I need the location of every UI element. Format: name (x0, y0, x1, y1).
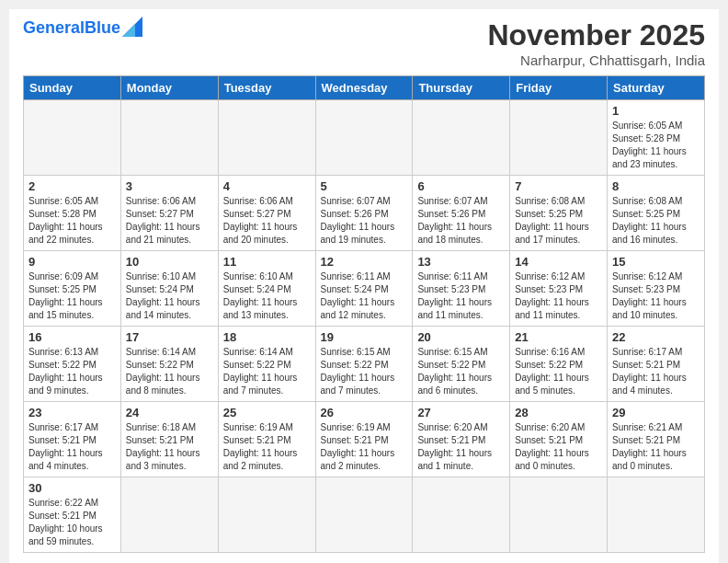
weekday-header-row: SundayMondayTuesdayWednesdayThursdayFrid… (24, 76, 705, 100)
calendar-day-cell: 29Sunrise: 6:21 AM Sunset: 5:21 PM Dayli… (608, 402, 705, 477)
calendar-day-cell: 14Sunrise: 6:12 AM Sunset: 5:23 PM Dayli… (510, 251, 608, 327)
calendar-day-cell: 25Sunrise: 6:19 AM Sunset: 5:21 PM Dayli… (218, 402, 315, 477)
day-info: Sunrise: 6:11 AM Sunset: 5:23 PM Dayligh… (417, 270, 505, 322)
calendar-day-cell: 17Sunrise: 6:14 AM Sunset: 5:22 PM Dayli… (120, 327, 218, 402)
calendar-day-cell (315, 477, 413, 553)
title-area: November 2025 Narharpur, Chhattisgarh, I… (487, 18, 705, 68)
calendar-day-cell: 11Sunrise: 6:10 AM Sunset: 5:24 PM Dayli… (218, 251, 315, 327)
day-info: Sunrise: 6:06 AM Sunset: 5:27 PM Dayligh… (126, 195, 213, 247)
day-number: 19 (321, 330, 408, 344)
calendar-day-cell: 13Sunrise: 6:11 AM Sunset: 5:23 PM Dayli… (413, 251, 510, 327)
calendar-day-cell: 27Sunrise: 6:20 AM Sunset: 5:21 PM Dayli… (413, 402, 510, 477)
day-number: 14 (515, 255, 602, 269)
svg-marker-1 (122, 24, 135, 37)
day-info: Sunrise: 6:20 AM Sunset: 5:21 PM Dayligh… (515, 421, 602, 473)
day-info: Sunrise: 6:08 AM Sunset: 5:25 PM Dayligh… (515, 195, 602, 247)
day-number: 7 (515, 179, 602, 193)
calendar-week-row: 1Sunrise: 6:05 AM Sunset: 5:28 PM Daylig… (24, 100, 705, 176)
day-number: 3 (126, 179, 213, 193)
weekday-thursday: Thursday (413, 76, 510, 100)
calendar-day-cell (510, 477, 608, 553)
day-number: 2 (28, 179, 116, 193)
calendar-day-cell: 15Sunrise: 6:12 AM Sunset: 5:23 PM Dayli… (608, 251, 705, 327)
calendar-day-cell: 22Sunrise: 6:17 AM Sunset: 5:21 PM Dayli… (608, 327, 705, 402)
calendar-week-row: 23Sunrise: 6:17 AM Sunset: 5:21 PM Dayli… (24, 402, 705, 477)
subtitle: Narharpur, Chhattisgarh, India (487, 52, 705, 68)
calendar-day-cell: 18Sunrise: 6:14 AM Sunset: 5:22 PM Dayli… (218, 327, 315, 402)
calendar-day-cell: 19Sunrise: 6:15 AM Sunset: 5:22 PM Dayli… (315, 327, 413, 402)
day-number: 6 (417, 179, 505, 193)
day-number: 21 (515, 330, 602, 344)
calendar-day-cell (120, 477, 218, 553)
day-info: Sunrise: 6:10 AM Sunset: 5:24 PM Dayligh… (223, 270, 311, 322)
weekday-tuesday: Tuesday (218, 76, 315, 100)
calendar-day-cell: 4Sunrise: 6:06 AM Sunset: 5:27 PM Daylig… (218, 176, 315, 251)
day-info: Sunrise: 6:07 AM Sunset: 5:26 PM Dayligh… (321, 195, 408, 247)
day-info: Sunrise: 6:12 AM Sunset: 5:23 PM Dayligh… (612, 270, 700, 322)
calendar-day-cell: 2Sunrise: 6:05 AM Sunset: 5:28 PM Daylig… (24, 176, 121, 251)
day-number: 16 (28, 330, 116, 344)
month-title: November 2025 (487, 18, 705, 52)
day-info: Sunrise: 6:22 AM Sunset: 5:21 PM Dayligh… (28, 497, 116, 548)
calendar-day-cell (413, 100, 510, 176)
calendar-week-row: 16Sunrise: 6:13 AM Sunset: 5:22 PM Dayli… (24, 327, 705, 402)
day-info: Sunrise: 6:14 AM Sunset: 5:22 PM Dayligh… (223, 346, 311, 397)
day-info: Sunrise: 6:20 AM Sunset: 5:21 PM Dayligh… (417, 421, 505, 473)
weekday-wednesday: Wednesday (315, 76, 413, 100)
day-number: 18 (223, 330, 311, 344)
calendar-day-cell: 5Sunrise: 6:07 AM Sunset: 5:26 PM Daylig… (315, 176, 413, 251)
logo-blue: Blue (85, 18, 120, 37)
day-info: Sunrise: 6:09 AM Sunset: 5:25 PM Dayligh… (28, 270, 116, 322)
day-info: Sunrise: 6:05 AM Sunset: 5:28 PM Dayligh… (612, 120, 700, 171)
weekday-saturday: Saturday (608, 76, 705, 100)
day-number: 4 (223, 179, 311, 193)
day-info: Sunrise: 6:15 AM Sunset: 5:22 PM Dayligh… (321, 346, 408, 397)
day-info: Sunrise: 6:11 AM Sunset: 5:24 PM Dayligh… (321, 270, 408, 322)
day-number: 25 (223, 406, 311, 419)
day-number: 1 (612, 104, 700, 118)
calendar-day-cell: 7Sunrise: 6:08 AM Sunset: 5:25 PM Daylig… (510, 176, 608, 251)
calendar-day-cell (218, 100, 315, 176)
day-number: 26 (321, 406, 408, 419)
day-number: 12 (321, 255, 408, 269)
day-info: Sunrise: 6:10 AM Sunset: 5:24 PM Dayligh… (126, 270, 213, 322)
day-number: 23 (28, 406, 116, 419)
logo-area: GeneralBlue (23, 18, 142, 38)
calendar-week-row: 9Sunrise: 6:09 AM Sunset: 5:25 PM Daylig… (24, 251, 705, 327)
calendar-day-cell: 16Sunrise: 6:13 AM Sunset: 5:22 PM Dayli… (24, 327, 121, 402)
logo-icon (122, 17, 142, 37)
day-info: Sunrise: 6:15 AM Sunset: 5:22 PM Dayligh… (417, 346, 505, 397)
day-info: Sunrise: 6:07 AM Sunset: 5:26 PM Dayligh… (417, 195, 505, 247)
calendar-week-row: 30Sunrise: 6:22 AM Sunset: 5:21 PM Dayli… (24, 477, 705, 553)
weekday-monday: Monday (120, 76, 218, 100)
calendar-day-cell: 12Sunrise: 6:11 AM Sunset: 5:24 PM Dayli… (315, 251, 413, 327)
calendar-day-cell: 28Sunrise: 6:20 AM Sunset: 5:21 PM Dayli… (510, 402, 608, 477)
day-info: Sunrise: 6:12 AM Sunset: 5:23 PM Dayligh… (515, 270, 602, 322)
day-number: 13 (417, 255, 505, 269)
day-info: Sunrise: 6:17 AM Sunset: 5:21 PM Dayligh… (28, 421, 116, 473)
logo-general: General (23, 18, 85, 37)
calendar-day-cell: 3Sunrise: 6:06 AM Sunset: 5:27 PM Daylig… (120, 176, 218, 251)
day-info: Sunrise: 6:21 AM Sunset: 5:21 PM Dayligh… (612, 421, 700, 473)
calendar-day-cell: 20Sunrise: 6:15 AM Sunset: 5:22 PM Dayli… (413, 327, 510, 402)
calendar-day-cell (315, 100, 413, 176)
day-number: 24 (126, 406, 213, 419)
calendar-day-cell (608, 477, 705, 553)
day-number: 15 (612, 255, 700, 269)
calendar-day-cell: 10Sunrise: 6:10 AM Sunset: 5:24 PM Dayli… (120, 251, 218, 327)
day-info: Sunrise: 6:19 AM Sunset: 5:21 PM Dayligh… (321, 421, 408, 473)
day-number: 11 (223, 255, 311, 269)
calendar-day-cell: 8Sunrise: 6:08 AM Sunset: 5:25 PM Daylig… (608, 176, 705, 251)
day-info: Sunrise: 6:06 AM Sunset: 5:27 PM Dayligh… (223, 195, 311, 247)
day-number: 28 (515, 406, 602, 419)
calendar-day-cell: 24Sunrise: 6:18 AM Sunset: 5:21 PM Dayli… (120, 402, 218, 477)
day-number: 17 (126, 330, 213, 344)
day-number: 10 (126, 255, 213, 269)
calendar-table: SundayMondayTuesdayWednesdayThursdayFrid… (23, 75, 705, 553)
calendar-container: GeneralBlue November 2025 Narharpur, Chh… (9, 9, 719, 563)
calendar-day-cell (413, 477, 510, 553)
day-info: Sunrise: 6:05 AM Sunset: 5:28 PM Dayligh… (28, 195, 116, 247)
calendar-day-cell (510, 100, 608, 176)
calendar-day-cell: 30Sunrise: 6:22 AM Sunset: 5:21 PM Dayli… (24, 477, 121, 553)
day-info: Sunrise: 6:19 AM Sunset: 5:21 PM Dayligh… (223, 421, 311, 473)
